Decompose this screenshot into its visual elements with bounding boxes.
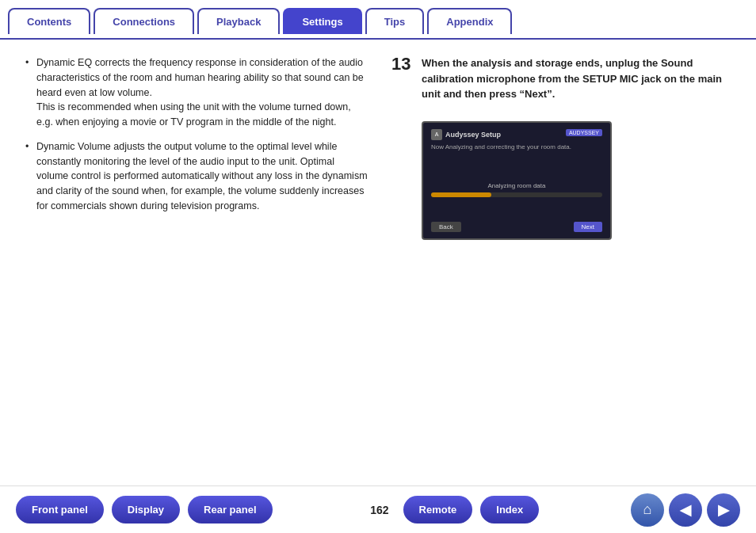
tab-playback[interactable]: Playback bbox=[197, 8, 280, 34]
right-column: 13 When the analysis and storage ends, u… bbox=[391, 55, 732, 470]
page-number: 162 bbox=[370, 504, 388, 516]
step-container: 13 When the analysis and storage ends, u… bbox=[391, 55, 732, 113]
progress-bar-fill bbox=[431, 192, 491, 197]
display-button[interactable]: Display bbox=[112, 496, 180, 523]
list-item: Dynamic EQ corrects the frequency respon… bbox=[24, 55, 368, 130]
audyssey-screen: A Audyssey Setup AUDYSSEY Now Analyzing … bbox=[422, 121, 612, 240]
screen-subtitle: Now Analyzing and correcting the your ro… bbox=[431, 143, 602, 150]
bullet-text-1: Dynamic EQ corrects the frequency respon… bbox=[36, 57, 364, 128]
top-navigation: Contents Connections Playback Settings T… bbox=[0, 0, 756, 40]
list-item: Dynamic Volume adjusts the output volume… bbox=[24, 139, 368, 214]
back-icon: ◀ bbox=[680, 501, 691, 519]
home-icon: ⌂ bbox=[643, 501, 652, 518]
front-panel-button[interactable]: Front panel bbox=[16, 496, 104, 523]
remote-button[interactable]: Remote bbox=[403, 496, 473, 523]
tab-appendix[interactable]: Appendix bbox=[427, 8, 512, 34]
rear-panel-button[interactable]: Rear panel bbox=[188, 496, 272, 523]
forward-icon: ▶ bbox=[718, 501, 729, 519]
screen-brand: AUDYSSEY bbox=[566, 129, 602, 136]
tab-connections[interactable]: Connections bbox=[94, 8, 194, 34]
left-column: Dynamic EQ corrects the frequency respon… bbox=[24, 55, 368, 470]
forward-button[interactable]: ▶ bbox=[707, 493, 740, 527]
tab-settings[interactable]: Settings bbox=[283, 8, 361, 34]
screen-header: A Audyssey Setup AUDYSSEY bbox=[431, 129, 602, 140]
bullet-text-2: Dynamic Volume adjusts the output volume… bbox=[36, 141, 368, 211]
screen-status-text: Analyzing room data bbox=[431, 182, 602, 189]
tab-tips[interactable]: Tips bbox=[365, 8, 425, 34]
tab-contents[interactable]: Contents bbox=[8, 8, 90, 34]
bullet-list: Dynamic EQ corrects the frequency respon… bbox=[24, 55, 368, 214]
home-button[interactable]: ⌂ bbox=[631, 493, 664, 527]
bottom-nav-left: Front panel Display Rear panel bbox=[16, 496, 273, 523]
screen-icon: A bbox=[431, 129, 442, 140]
main-content: Dynamic EQ corrects the frequency respon… bbox=[0, 40, 756, 485]
screen-container: A Audyssey Setup AUDYSSEY Now Analyzing … bbox=[422, 121, 732, 240]
step-text: When the analysis and storage ends, unpl… bbox=[422, 55, 732, 102]
screen-back-button[interactable]: Back bbox=[431, 222, 461, 232]
step-number: 13 bbox=[391, 55, 414, 73]
index-button[interactable]: Index bbox=[480, 496, 539, 523]
bottom-nav-center: 162 Remote Index bbox=[364, 496, 539, 523]
back-button[interactable]: ◀ bbox=[669, 493, 702, 527]
bottom-nav-right: ⌂ ◀ ▶ bbox=[631, 493, 740, 527]
screen-title: Audyssey Setup bbox=[445, 131, 501, 139]
screen-title-block: A Audyssey Setup bbox=[431, 129, 501, 140]
bottom-navigation: Front panel Display Rear panel 162 Remot… bbox=[0, 485, 756, 533]
screen-next-button[interactable]: Next bbox=[574, 222, 602, 232]
screen-buttons: Back Next bbox=[431, 222, 602, 232]
progress-bar bbox=[431, 192, 602, 197]
